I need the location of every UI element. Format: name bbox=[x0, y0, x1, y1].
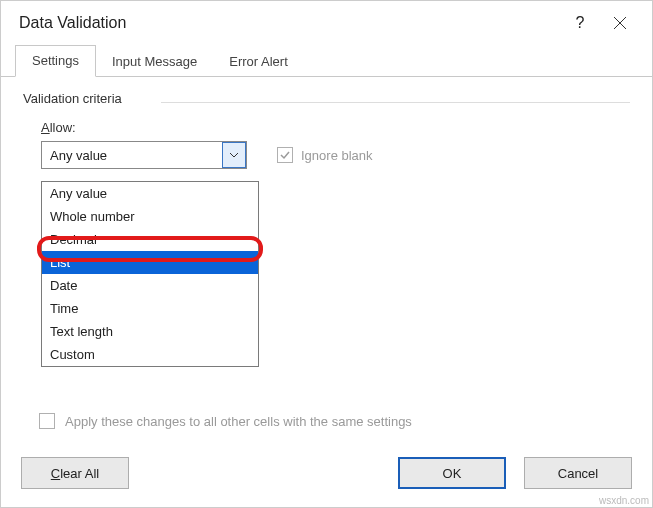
check-icon bbox=[279, 149, 291, 161]
option-list[interactable]: List bbox=[42, 251, 258, 274]
close-button[interactable] bbox=[600, 1, 640, 45]
tab-content: Validation criteria Allow: Any value Ign… bbox=[1, 77, 652, 447]
cancel-button[interactable]: Cancel bbox=[524, 457, 632, 489]
tab-input-message[interactable]: Input Message bbox=[96, 47, 213, 77]
chevron-down-icon bbox=[229, 152, 239, 158]
option-whole-number[interactable]: Whole number bbox=[42, 205, 258, 228]
allow-combobox[interactable]: Any value bbox=[41, 141, 247, 169]
titlebar: Data Validation ? bbox=[1, 1, 652, 45]
ok-button[interactable]: OK bbox=[398, 457, 506, 489]
data-validation-dialog: Data Validation ? Settings Input Message… bbox=[0, 0, 653, 508]
divider bbox=[161, 102, 630, 103]
option-text-length[interactable]: Text length bbox=[42, 320, 258, 343]
help-icon: ? bbox=[576, 14, 585, 32]
option-custom[interactable]: Custom bbox=[42, 343, 258, 366]
checkbox-box bbox=[39, 413, 55, 429]
tab-bar: Settings Input Message Error Alert bbox=[1, 45, 652, 77]
option-date[interactable]: Date bbox=[42, 274, 258, 297]
close-icon bbox=[613, 16, 627, 30]
tab-error-alert[interactable]: Error Alert bbox=[213, 47, 304, 77]
tab-settings[interactable]: Settings bbox=[15, 45, 96, 77]
tab-label: Input Message bbox=[112, 54, 197, 69]
button-row: Clear All OK Cancel bbox=[1, 447, 652, 507]
checkbox-box bbox=[277, 147, 293, 163]
apply-changes-label: Apply these changes to all other cells w… bbox=[65, 414, 412, 429]
option-time[interactable]: Time bbox=[42, 297, 258, 320]
option-decimal[interactable]: Decimal bbox=[42, 228, 258, 251]
clear-all-button[interactable]: Clear All bbox=[21, 457, 129, 489]
dropdown-button[interactable] bbox=[222, 142, 246, 168]
ignore-blank-label: Ignore blank bbox=[301, 148, 373, 163]
allow-dropdown-list[interactable]: Any value Whole number Decimal List Date… bbox=[41, 181, 259, 367]
validation-criteria-label: Validation criteria bbox=[23, 91, 630, 106]
watermark: wsxdn.com bbox=[599, 495, 649, 506]
option-any-value[interactable]: Any value bbox=[42, 182, 258, 205]
tab-label: Error Alert bbox=[229, 54, 288, 69]
dialog-title: Data Validation bbox=[19, 14, 560, 32]
ignore-blank-checkbox: Ignore blank bbox=[277, 147, 373, 163]
help-button[interactable]: ? bbox=[560, 1, 600, 45]
tab-label: Settings bbox=[32, 53, 79, 68]
allow-value: Any value bbox=[42, 148, 222, 163]
allow-label: Allow: bbox=[41, 120, 630, 135]
apply-changes-checkbox: Apply these changes to all other cells w… bbox=[39, 413, 412, 429]
